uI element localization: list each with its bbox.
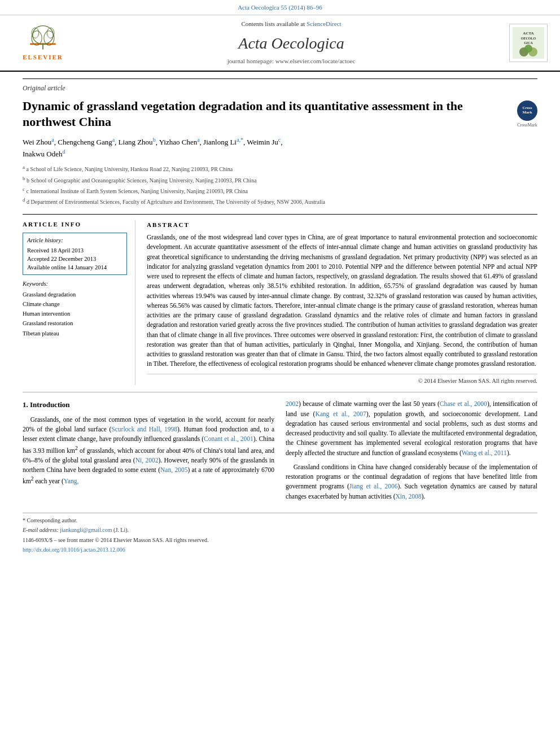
- cite-wang[interactable]: Wang et al., 2011: [462, 449, 507, 456]
- cite-scurlock[interactable]: Scurlock and Hall, 1998: [111, 426, 177, 433]
- article-type: Original article: [23, 78, 537, 93]
- keyword-2: Climate change: [23, 300, 127, 308]
- intro-para-3: Grassland conditions in China have chang…: [286, 462, 537, 501]
- elsevier-tree-icon: [26, 24, 60, 52]
- affiliations: a a School of Life Science, Nanjing Univ…: [23, 163, 537, 207]
- svg-text:OECOLO: OECOLO: [521, 37, 536, 40]
- email-link[interactable]: jiankungli@gmail.com: [60, 527, 112, 533]
- abstract-heading: ABSTRACT: [147, 220, 537, 230]
- acta-logo-area: ACTA OECOLO GICA: [506, 24, 551, 62]
- authors-line: Wei Zhoua, Chengcheng Ganga, Liang Zhoub…: [23, 136, 537, 160]
- journal-name: Acta Oecologica: [77, 32, 506, 55]
- intro-right-col: 2002) because of climate warming over th…: [286, 399, 537, 506]
- article-info-heading: ARTICLE INFO: [23, 220, 127, 229]
- paper-title: Dynamic of grassland vegetation degradat…: [23, 98, 463, 130]
- paper-container: Original article Dynamic of grassland ve…: [0, 72, 560, 567]
- keyword-4: Grassland restoration: [23, 319, 127, 327]
- cite-ni[interactable]: Ni, 2002: [135, 457, 159, 464]
- acta-logo-icon: ACTA OECOLO GICA: [513, 27, 544, 59]
- article-meta-section: ARTICLE INFO Article history: Received 1…: [23, 214, 537, 386]
- keyword-3: Human intervention: [23, 309, 127, 318]
- keywords-label: Keywords:: [23, 279, 127, 288]
- copyright: © 2014 Elsevier Masson SAS. All rights r…: [147, 374, 537, 386]
- cite-yang[interactable]: Yang,: [64, 478, 79, 484]
- journal-ref-text: Acta Oecologica 55 (2014) 86–96: [238, 4, 322, 11]
- cite-jiang[interactable]: Jiang et al., 2006: [349, 483, 398, 490]
- cite-yang-2002[interactable]: 2002: [286, 400, 299, 407]
- introduction-section: 1. Introduction Grasslands, one of the m…: [23, 399, 537, 506]
- accepted-date: Accepted 22 December 2013: [27, 255, 123, 263]
- article-history: Article history: Received 18 April 2013 …: [23, 233, 127, 276]
- intro-para-1: Grasslands, one of the most common types…: [23, 415, 274, 486]
- sciencedirect-line: Contents lists available at ScienceDirec…: [77, 20, 506, 29]
- article-info-panel: ARTICLE INFO Article history: Received 1…: [23, 220, 135, 386]
- caused-word: caused: [331, 420, 348, 427]
- cite-nan[interactable]: Nan, 2005: [160, 466, 187, 473]
- svg-text:GICA: GICA: [524, 41, 533, 45]
- journal-title-area: Contents lists available at ScienceDirec…: [77, 20, 506, 66]
- intro-heading: 1. Introduction: [23, 399, 274, 410]
- email-note: E-mail address: jiankungli@gmail.com (J.…: [23, 526, 537, 535]
- footnote-area: * Corresponding author. E-mail address: …: [23, 513, 537, 554]
- publisher-logo-area: ELSEVIER: [9, 24, 77, 62]
- received-date: Received 18 April 2013: [27, 246, 123, 255]
- elsevier-brand: ELSEVIER: [23, 53, 63, 62]
- available-date: Available online 14 January 2014: [27, 263, 123, 272]
- journal-reference: Acta Oecologica 55 (2014) 86–96: [0, 0, 560, 15]
- sciencedirect-link[interactable]: ScienceDirect: [307, 20, 342, 27]
- affil-a: a School of Life Science, Nanjing Univer…: [27, 167, 233, 173]
- doi-link[interactable]: http://dx.doi.org/10.1016/j.actao.2013.1…: [23, 547, 125, 553]
- homepage-text: journal homepage: www.elsevier.com/locat…: [228, 58, 356, 64]
- sd-text: Contents lists available at: [241, 20, 305, 27]
- intro-left-col: 1. Introduction Grasslands, one of the m…: [23, 399, 274, 506]
- journal-header: ELSEVIER Contents lists available at Sci…: [0, 15, 560, 72]
- keyword-1: Grassland degradation: [23, 290, 127, 299]
- abstract-text: Grasslands, one of the most widespread l…: [147, 233, 537, 369]
- abstract-panel: ABSTRACT Grasslands, one of the most wid…: [147, 220, 537, 386]
- section-divider: [23, 392, 537, 392]
- elsevier-logo: ELSEVIER: [23, 24, 63, 62]
- affil-d: d Department of Environmental Sciences, …: [27, 199, 325, 206]
- cite-conant[interactable]: Conant et al., 2001: [204, 435, 253, 442]
- svg-point-1: [33, 26, 53, 45]
- crossmark-icon: CrossMark: [517, 101, 537, 121]
- acta-logo: ACTA OECOLO GICA: [509, 24, 548, 62]
- issn-note: 1146-609X/$ – see front matter © 2014 El…: [23, 536, 537, 545]
- keyword-5: Tibetan plateau: [23, 329, 127, 338]
- history-label: Article history:: [27, 236, 123, 244]
- affil-c: c International Institute of Earth Syste…: [27, 188, 248, 194]
- cite-kang[interactable]: Kang et al., 2007: [315, 410, 366, 417]
- journal-homepage: journal homepage: www.elsevier.com/locat…: [77, 57, 506, 66]
- cite-xin[interactable]: Xin, 2008: [395, 493, 421, 500]
- crossmark-area[interactable]: CrossMark CrossMark: [517, 101, 537, 129]
- affil-b: b School of Geographic and Oceanographic…: [27, 177, 256, 184]
- corresponding-note: * Corresponding author.: [23, 517, 537, 525]
- title-row: Dynamic of grassland vegetation degradat…: [23, 98, 537, 136]
- cite-chase[interactable]: Chase et al., 2000: [440, 400, 487, 407]
- svg-text:ACTA: ACTA: [523, 31, 533, 36]
- intro-para-2: 2002) because of climate warming over th…: [286, 399, 537, 458]
- keywords-section: Keywords: Grassland degradation Climate …: [23, 279, 127, 337]
- svg-point-13: [524, 45, 532, 53]
- doi-note: http://dx.doi.org/10.1016/j.actao.2013.1…: [23, 546, 537, 554]
